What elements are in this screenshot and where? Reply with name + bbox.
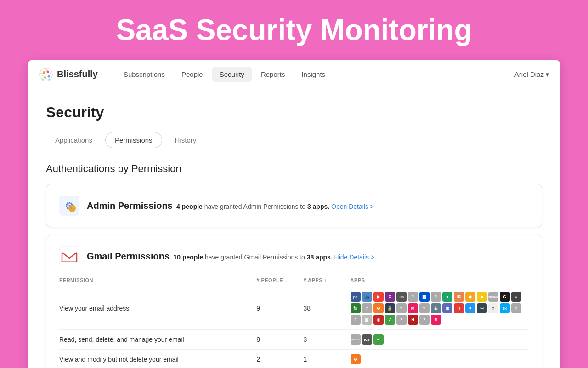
app-icon-cr: C [500,292,510,302]
perm-app-icons: ⊙ [351,350,529,368]
app-icon-zd1: ? [488,303,498,313]
svg-point-1 [43,71,45,74]
admin-open-details-link[interactable]: Open Details > [331,203,374,210]
app-icon-lk: 🔒 [385,303,395,313]
perm-apps: 1 [303,350,350,368]
tab-applications[interactable]: Applications [46,132,102,148]
col-header-people: # PEOPLE ↓ [256,274,303,287]
col-header-permission: PERMISSION ↕ [59,274,256,287]
admin-permissions-card: ⚙ 🔧 Admin Permissions 4 people have gran… [46,184,542,227]
app-icon-ml: ✉ [454,292,464,302]
table-row: View your email address 9 38 pd 📺 ▶ ✕ iO… [59,287,529,330]
perm-label: View and modify but not delete your emai… [59,350,256,368]
app-icon-q4: ? [396,303,407,313]
gmail-card-desc: 10 people have granted Gmail Permissions… [172,253,375,261]
gmail-desc-mid: have granted Gmail Permissions to [205,253,307,261]
svg-point-4 [44,76,46,78]
app-icon-q2: ? [431,292,441,302]
gmail-icon [59,246,79,266]
tab-history[interactable]: History [166,132,206,148]
logo-text: Blissfully [57,69,98,80]
nav-user[interactable]: Ariel Diaz ▾ [514,70,549,79]
app-icon-q3: ? [362,303,372,313]
app-icon-q9: ? [419,315,430,325]
app-icon-q7: ? [351,315,361,325]
nav-reports[interactable]: Reports [254,67,293,82]
perm-label: Read, send, delete, and manage your emai… [59,330,256,350]
app-icon-ml2: M [408,303,418,313]
admin-card-text: Admin Permissions 4 people have granted … [87,201,374,211]
svg-text:🔧: 🔧 [69,206,75,212]
perm-apps: 3 [303,330,350,350]
app-icon-fs: fs [351,303,361,313]
app-icon-q8: ? [396,315,407,325]
app-icon-tv: 📺 [362,292,372,302]
app-icon-sh: ⊕ [431,315,441,325]
nav-logo[interactable]: Blissfully [39,67,98,82]
app-icon-mac: macOS [488,292,498,302]
app-icon-mac2: macOS [351,334,361,345]
perm-people: 8 [256,330,303,350]
admin-card-title: Admin Permissions [87,201,173,211]
admin-people-count: 4 people [176,203,203,210]
perm-people: 2 [256,350,303,368]
gmail-hide-details-link[interactable]: Hide Details > [334,253,375,261]
app-icon-ck2: ✓ [373,334,384,345]
admin-icon: ⚙ 🔧 [59,196,79,216]
section-title: Authentications by Permission [46,163,542,175]
nav-insights[interactable]: Insights [294,67,333,82]
tabs: Applications Permissions History [46,132,542,148]
table-row: Read, send, delete, and manage your emai… [59,330,529,350]
gmail-people-count: 10 people [173,253,203,261]
app-icon-hb: ⊙ [373,303,384,313]
app-icon-gc: ▶ [373,292,384,302]
nav-security[interactable]: Security [212,67,252,82]
blissfully-logo-icon [39,67,53,82]
col-header-apps: # APPS ↓ [303,274,350,287]
svg-point-3 [48,75,50,77]
app-icon-ch: hot [477,303,487,313]
admin-desc-mid: have granted Admin Permissions to [204,203,307,210]
tab-permissions[interactable]: Permissions [105,132,162,148]
app-icon-tr: ▦ [419,292,430,302]
app-icon-ios2: iOS [362,334,372,345]
app-icons-row: ⊙ [351,354,529,364]
nav-subscriptions[interactable]: Subscriptions [116,67,172,82]
app-icon-pp: ⊞ [431,303,441,313]
app-icon-re: ✦ [465,303,475,313]
nav-people[interactable]: People [174,67,210,82]
nav-links: Subscriptions People Security Reports In… [116,67,514,82]
table-row: View and modify but not delete your emai… [59,350,529,368]
gmail-card-text: Gmail Permissions 10 people have granted… [87,251,374,262]
perm-app-icons: macOS iOS ✓ [351,330,529,350]
app-icon-q1: ? [408,292,418,302]
gmail-card-header: Gmail Permissions 10 people have granted… [59,246,529,266]
permissions-table: PERMISSION ↕ # PEOPLE ↓ # APPS ↓ APPS Vi… [59,274,529,368]
nav: Blissfully Subscriptions People Security… [28,60,560,89]
app-icon-ma: ◎ [373,315,384,325]
perm-app-icons: pd 📺 ▶ ✕ iOS ? ▦ ? ● ✉ ◆ [351,287,529,330]
app-icon-sc2: ▣ [362,315,372,325]
app-icon-gr: ● [442,292,452,302]
app-icon-cl: ◆ [465,292,475,302]
col-header-apps-icons: APPS [351,274,529,287]
app-icon-zd2: ZK [500,303,510,313]
app-icon-bg2: ◉ [442,303,452,313]
svg-point-2 [47,70,49,73]
app-icon-sf: ≡ [511,292,521,302]
table-header-row: PERMISSION ↕ # PEOPLE ↓ # APPS ↓ APPS [59,274,529,287]
perm-apps: 38 [303,287,350,330]
app-icon-hr: H [408,315,418,325]
app-icon-ios: iOS [396,292,407,302]
perm-people: 9 [256,287,303,330]
app-window: Blissfully Subscriptions People Security… [28,60,560,368]
app-icon-q5: ? [419,303,430,313]
app-icons-row: pd 📺 ▶ ✕ iOS ? ▦ ? ● ✉ ◆ [351,292,529,325]
nav-user-chevron: ▾ [546,70,549,79]
admin-card-desc: 4 people have granted Admin Permissions … [175,203,374,210]
page-title: Security [46,104,542,121]
app-icons-row: macOS iOS ✓ [351,334,529,345]
hero-title: SaaS Security Monitoring [0,0,588,60]
app-icon-sc: ⊓ [454,303,464,313]
perm-label: View your email address [59,287,256,330]
